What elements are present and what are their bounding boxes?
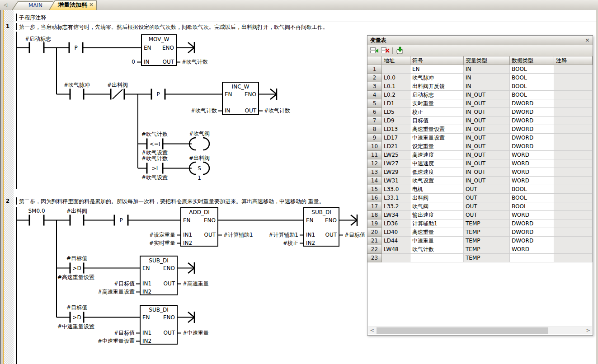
sub-di-block-2[interactable]: SUB_DI EN ENO IN1 IN2 OUT #目标值 #高速重量设置 #… [98,256,209,295]
var-cell-sym[interactable]: 吹气计数 [410,245,464,254]
sub2-in1-operand[interactable]: #目标值 [114,280,135,287]
scroll-right-icon[interactable]: > [584,327,592,334]
var-cell-vtype[interactable]: IN [464,74,510,82]
delete-row-button[interactable] [380,46,390,55]
var-cell-cmt[interactable] [554,91,593,99]
contact-sm00-label[interactable]: SM0.0 [28,208,45,214]
var-cell-num[interactable]: 7 [367,117,382,125]
var-cell-sym[interactable]: 吹气设置 [410,177,464,185]
var-cell-sym[interactable]: 输出速度 [410,211,464,219]
var-cell-sym[interactable]: 吹气脉冲 [410,74,464,82]
var-cell-sym[interactable]: 高速重量设置 [410,125,464,134]
var-cell-vtype[interactable]: IN_OUT [464,142,510,151]
var-cell-dtype[interactable]: BOOL [510,194,554,202]
var-cell-num[interactable]: 16 [367,194,382,202]
var-cell-cmt[interactable] [554,151,593,159]
var-cell-addr[interactable]: L0.1 [382,82,410,91]
contact-outlet-valve[interactable]: #出料阀 [66,208,87,226]
var-cell-sym[interactable]: 中速重量 [410,237,464,245]
var-cell-vtype[interactable]: IN_OUT [464,159,510,168]
var-cell-sym[interactable]: 出料阀 [410,194,464,202]
var-cell-cmt[interactable] [554,177,593,185]
var-cell-sym[interactable]: EN [410,65,464,74]
var-cell-addr[interactable]: LD44 [382,237,410,245]
var-cell-addr[interactable]: LW27 [382,159,410,168]
var-cell-addr[interactable]: LD13 [382,125,410,134]
var-cell-dtype[interactable]: BOOL [510,202,554,211]
network-2-comment[interactable]: 第二步，因为到料秤里面的料是累加的。所以每加一次料，要把料仓原来实时重量要加进来… [19,198,325,205]
var-cell-cmt[interactable] [554,211,593,219]
var-cell-sym[interactable]: 高速重量 [410,228,464,237]
var-cell-sym[interactable] [410,254,464,262]
contact-positive-edge-2[interactable]: P [151,89,165,100]
var-cell-dtype[interactable]: WORD [510,245,554,254]
var-cell-cmt[interactable] [554,125,593,134]
var-cell-num[interactable]: 22 [367,245,382,254]
contact-outlet-valve-label[interactable]: #出料阀 [107,82,128,88]
var-cell-cmt[interactable] [554,134,593,142]
apply-table-button[interactable] [395,46,405,55]
horizontal-scrollbar[interactable]: < > [368,327,592,334]
var-cell-addr[interactable]: LW29 [382,168,410,177]
var-cell-dtype[interactable]: DWORD [510,108,554,117]
var-cell-vtype[interactable]: TEMP [464,254,510,262]
sub2-in2-operand[interactable]: #高速重量设置 [98,289,135,295]
var-cell-dtype[interactable]: DWORD [510,134,554,142]
contact-blow-pulse-label[interactable]: #吹气脉冲 [64,82,90,88]
var-cell-num[interactable]: 21 [367,237,382,245]
var-cell-num[interactable]: 11 [367,151,382,159]
coil-set-count[interactable]: 1 [198,175,201,181]
var-cell-vtype[interactable]: IN_OUT [464,108,510,117]
coil-set-outlet-valve[interactable]: #出料阀 S 1 [189,155,210,181]
var-cell-vtype[interactable]: IN_OUT [464,117,510,125]
var-cell-addr[interactable]: L33.1 [382,194,410,202]
cmp2-top-operand[interactable]: #吹气计数 [141,155,168,162]
var-cell-sym[interactable]: 校正 [410,108,464,117]
var-cell-num[interactable]: 17 [367,202,382,211]
var-cell-num[interactable]: 4 [367,91,382,99]
inc-out-operand[interactable]: #吹气计数 [264,107,290,114]
contact-sm00[interactable]: SM0.0 [28,208,45,226]
var-cell-dtype[interactable]: BOOL [510,65,554,74]
contact-blow-pulse[interactable]: #吹气脉冲 [64,82,90,100]
var-cell-cmt[interactable] [554,65,593,74]
contact-outlet-valve-label[interactable]: #出料阀 [66,208,87,214]
var-cell-sym[interactable]: 设定重量 [410,142,464,151]
contact-start-label[interactable]: #启动标志 [25,36,51,42]
sub1-out-operand[interactable]: #目标值 [344,232,365,238]
coil-blow-valve-label[interactable]: #吹气阀 [189,131,210,137]
subroutine-comment[interactable]: 子程序注释 [19,14,46,21]
var-cell-dtype[interactable]: BOOL [510,82,554,91]
var-cell-cmt[interactable] [554,99,593,108]
sub2-out-operand[interactable]: #高速重量 [183,280,209,287]
var-cell-addr[interactable]: LW31 [382,177,410,185]
var-cell-cmt[interactable] [554,245,593,254]
var-cell-sym[interactable]: 低速速度 [410,168,464,177]
contact-outlet-valve-nc[interactable]: #出料阀 [107,82,128,100]
var-cell-addr[interactable]: LD9 [382,117,410,125]
var-cell-cmt[interactable] [554,202,593,211]
var-cell-num[interactable]: 9 [367,134,382,142]
var-cell-cmt[interactable] [554,108,593,117]
var-cell-sym[interactable]: 启动标志 [410,91,464,99]
var-cell-cmt[interactable] [554,117,593,125]
var-cell-addr[interactable]: LD17 [382,134,410,142]
sub1-in2-operand[interactable]: #校正 [283,240,298,246]
sub3-out-operand[interactable]: #中速重量 [183,330,209,336]
var-cell-num[interactable]: 8 [367,125,382,134]
var-cell-addr[interactable]: LD21 [382,142,410,151]
var-cell-addr[interactable]: L33.0 [382,185,410,194]
var-cell-addr[interactable]: L0.2 [382,91,410,99]
add-in2-operand[interactable]: #实时重量 [149,240,175,246]
var-cell-cmt[interactable] [554,168,593,177]
var-cell-dtype[interactable]: BOOL [510,91,554,99]
sub3-in2-operand[interactable]: #中速重量设置 [98,338,135,344]
var-cell-sym[interactable]: 吹气阀 [410,202,464,211]
var-cell-num[interactable]: 10 [367,142,382,151]
var-cell-sym[interactable]: 中速重量设置 [410,134,464,142]
var-cell-dtype[interactable]: DWORD [510,117,554,125]
var-cell-num[interactable]: 14 [367,177,382,185]
var-cell-addr[interactable]: LD1 [382,99,410,108]
coil-outlet-valve-label[interactable]: #出料阀 [189,155,210,161]
var-cell-dtype[interactable]: DWORD [510,99,554,108]
